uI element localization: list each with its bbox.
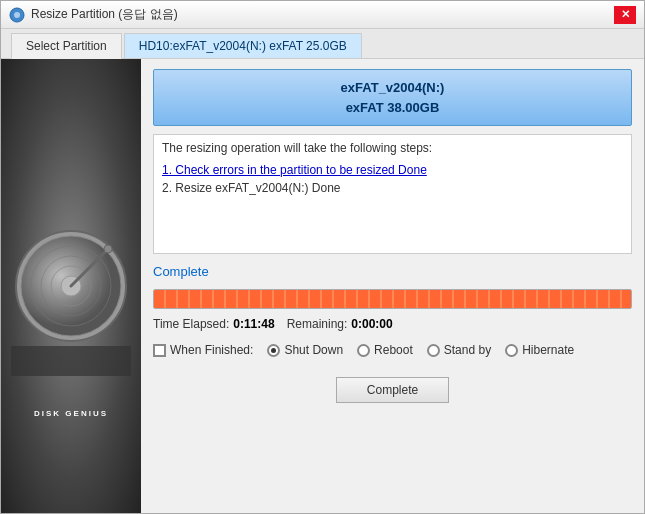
radio-standby-btn[interactable] (427, 344, 440, 357)
remaining-value: 0:00:00 (351, 317, 392, 331)
time-row: Time Elapsed: 0:11:48 Remaining: 0:00:00 (153, 317, 632, 331)
when-finished-label: When Finished: (170, 343, 253, 357)
disk-image: DISK GENIUS (1, 59, 141, 513)
left-panel: DISK GENIUS (1, 59, 141, 513)
remaining-label: Remaining: (287, 317, 348, 331)
progress-bar-container (153, 289, 632, 309)
radio-standby[interactable]: Stand by (427, 343, 491, 357)
elapsed-value: 0:11:48 (233, 317, 274, 331)
close-button[interactable]: ✕ (614, 6, 636, 24)
svg-rect-10 (11, 346, 131, 376)
window-title: Resize Partition (응답 없음) (31, 6, 178, 23)
disk-svg (11, 186, 131, 386)
steps-box: The resizing operation will take the fol… (153, 134, 632, 254)
when-finished-checkbox-group: When Finished: (153, 343, 253, 357)
radio-shutdown[interactable]: Shut Down (267, 343, 343, 357)
title-bar-left: Resize Partition (응답 없음) (9, 6, 178, 23)
complete-button[interactable]: Complete (336, 377, 449, 403)
when-finished-checkbox[interactable] (153, 344, 166, 357)
tab-select-partition[interactable]: Select Partition (11, 33, 122, 59)
app-icon (9, 7, 25, 23)
radio-reboot-label: Reboot (374, 343, 413, 357)
partition-box: exFAT_v2004(N:) exFAT 38.00GB (153, 69, 632, 126)
steps-header: The resizing operation will take the fol… (162, 141, 623, 155)
radio-shutdown-label: Shut Down (284, 343, 343, 357)
right-panel: exFAT_v2004(N:) exFAT 38.00GB The resizi… (141, 59, 644, 513)
complete-status-label: Complete (153, 262, 632, 281)
progress-bar-fill (154, 290, 631, 308)
radio-shutdown-btn[interactable] (267, 344, 280, 357)
svg-point-1 (14, 12, 20, 18)
main-window: Resize Partition (응답 없음) ✕ Select Partit… (0, 0, 645, 514)
radio-hibernate-label: Hibernate (522, 343, 574, 357)
elapsed-label: Time Elapsed: (153, 317, 229, 331)
title-bar: Resize Partition (응답 없음) ✕ (1, 1, 644, 29)
radio-reboot[interactable]: Reboot (357, 343, 413, 357)
disk-brand-label: DISK GENIUS (6, 409, 136, 418)
tab-hd10[interactable]: HD10:exFAT_v2004(N:) exFAT 25.0GB (124, 33, 362, 58)
radio-reboot-btn[interactable] (357, 344, 370, 357)
partition-name: exFAT_v2004(N:) (162, 78, 623, 98)
partition-size: exFAT 38.00GB (162, 98, 623, 118)
step-2: 2. Resize exFAT_v2004(N:) Done (162, 179, 623, 197)
radio-hibernate[interactable]: Hibernate (505, 343, 574, 357)
content-area: DISK GENIUS exFAT_v2004(N:) exFAT 38.00G… (1, 59, 644, 513)
radio-hibernate-btn[interactable] (505, 344, 518, 357)
svg-point-9 (104, 245, 112, 253)
options-row: When Finished: Shut Down Reboot Stand by… (153, 339, 632, 361)
bottom-bar: Complete (153, 369, 632, 415)
step-1: 1. Check errors in the partition to be r… (162, 161, 623, 179)
radio-standby-label: Stand by (444, 343, 491, 357)
tabs-bar: Select Partition HD10:exFAT_v2004(N:) ex… (1, 29, 644, 59)
